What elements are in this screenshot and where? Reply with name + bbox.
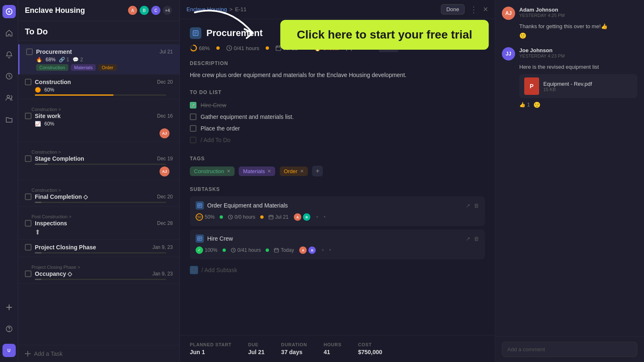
subtask-external-link-0[interactable]: ↗	[466, 203, 470, 209]
detail-topbar: Enclave Housing > E-11 Done ⋮ ✕	[180, 0, 495, 19]
subtask-hours-value-0: 0/0 hours	[235, 214, 255, 220]
subtask-clock-icon-0	[228, 215, 233, 220]
section-label-inspections: Post Construction >	[25, 211, 173, 220]
progress-fill-construction	[35, 94, 114, 96]
description-section-title: DESCRIPTION	[190, 60, 485, 66]
meta-due: DUE Jul 21	[248, 342, 265, 355]
task-checkbox-construction[interactable]	[25, 79, 31, 85]
subtask-dot-1b	[266, 249, 269, 252]
subtask-delete-1[interactable]: 🗑	[474, 236, 479, 242]
comment-text-1: Here is the revised equipment list	[519, 63, 637, 71]
more-options-button[interactable]: ⋮	[470, 5, 478, 14]
task-checkbox-procurement[interactable]	[26, 48, 33, 55]
assignee-stage-completion: AJ	[160, 167, 169, 176]
todo-checkbox-1[interactable]	[190, 113, 196, 120]
task-checkbox-inspections[interactable]	[25, 220, 31, 227]
attr-percent: 68%	[190, 44, 210, 52]
subtask-progress-circle-0: 50	[196, 213, 203, 221]
subtask-cal-icon-0	[269, 215, 274, 220]
task-item-inspections[interactable]: Post Construction > Inspections Dec 28 ⬆	[18, 207, 179, 240]
emoji-site-work: 📈	[35, 121, 41, 127]
svg-rect-13	[269, 215, 273, 219]
reaction-emoji-0[interactable]: 🙂	[519, 32, 526, 39]
subtask-percent-value-1: 100%	[205, 247, 218, 253]
link-count-procurement: 🔗 1	[59, 57, 69, 63]
task-name-project-closing: Project Closing Phase	[35, 244, 153, 251]
task-item-final-completion[interactable]: Construction > Final Completion ◇ Dec 20	[18, 180, 179, 207]
task-date-site-work: Dec 16	[157, 113, 173, 119]
icon-sidebar: U	[0, 0, 18, 362]
comment-input[interactable]	[502, 342, 637, 357]
add-icon-button[interactable]	[2, 301, 16, 314]
subtask-external-link-1[interactable]: ↗	[466, 236, 470, 242]
meta-planned-start: PLANNED START Jun 1	[190, 342, 232, 355]
meta-hours-value: 41	[324, 349, 341, 355]
add-subtask-row[interactable]: / Add Subtask	[190, 263, 485, 278]
task-checkbox-final-completion[interactable]	[25, 193, 31, 200]
app-logo-button[interactable]	[2, 5, 16, 18]
user-avatar-icon-button[interactable]: U	[2, 344, 16, 357]
subtask-dot-separator-1: •	[329, 247, 331, 253]
add-tag-button[interactable]: +	[312, 166, 323, 176]
tag-pill-construction[interactable]: Construction ✕	[190, 167, 235, 176]
clock-icon-button[interactable]	[2, 70, 16, 83]
comment-item-1: JJ Joe Johnson YESTERDAY 4:23 PM Here is…	[502, 47, 637, 109]
todo-item-1: Gather equipment and materials list.	[190, 111, 485, 123]
subtask-item-0: Order Equipment and Materials ↗ 🗑 50 50%	[190, 196, 485, 226]
comment-count-procurement: 💬 2	[73, 57, 83, 63]
done-button[interactable]: Done	[441, 4, 465, 14]
subtask-delete-0[interactable]: 🗑	[474, 203, 479, 209]
task-checkbox-site-work[interactable]	[25, 113, 31, 119]
subtask-add-assignee-0[interactable]: +	[316, 214, 319, 220]
like-count-1: 1	[527, 102, 530, 108]
todo-checkbox-2[interactable]	[190, 125, 196, 132]
subtask-add-assignee-1[interactable]: +	[321, 247, 324, 253]
home-icon-button[interactable]	[2, 27, 16, 40]
close-detail-button[interactable]: ✕	[483, 5, 488, 13]
help-icon-button[interactable]	[2, 322, 16, 335]
subtask-percent-0: 50 50%	[196, 213, 215, 221]
bell-icon-button[interactable]	[2, 48, 16, 61]
task-checkbox-occupancy[interactable]	[25, 270, 31, 277]
add-todo-row[interactable]: / Add To Do	[190, 134, 485, 146]
task-item-construction[interactable]: Construction Dec 20 🟠 60%	[18, 75, 179, 99]
task-checkbox-stage-completion[interactable]	[25, 155, 31, 162]
task-item-stage-completion[interactable]: Construction > Stage Completion Dec 19 A…	[18, 142, 179, 180]
percent-site-work: 60%	[44, 121, 54, 127]
percent-procurement: 68%	[46, 57, 56, 63]
breadcrumb-project[interactable]: Enclave Housing	[186, 6, 227, 12]
task-item-project-closing[interactable]: Project Closing Phase Jan 9, 23	[18, 240, 179, 257]
avatar-count: +4	[162, 5, 173, 16]
folder-icon-button[interactable]	[2, 113, 16, 126]
tag-remove-order[interactable]: ✕	[300, 169, 304, 174]
users-icon-button[interactable]	[2, 91, 16, 104]
subtask-av2-1: B	[308, 246, 316, 254]
tag-remove-materials[interactable]: ✕	[267, 169, 271, 174]
svg-rect-16	[274, 249, 278, 252]
add-task-row[interactable]: Add a Task	[18, 345, 179, 362]
tag-pill-materials[interactable]: Materials ✕	[239, 167, 275, 176]
todo-checkbox-0[interactable]: ✓	[190, 102, 196, 109]
bottom-meta: PLANNED START Jun 1 DUE Jul 21 DURATION …	[180, 335, 495, 362]
task-name-site-work: Site work	[35, 113, 157, 119]
emoji-reaction-1[interactable]: 🙂	[533, 101, 540, 108]
tag-pill-order[interactable]: Order ✕	[280, 167, 308, 176]
assignee-site-work: AJ	[160, 128, 169, 138]
tag-remove-construction[interactable]: ✕	[227, 169, 230, 174]
task-checkbox-project-closing[interactable]	[25, 244, 31, 251]
meta-due-value: Jul 21	[248, 349, 265, 355]
subtask-title-1: Hire Crew	[196, 234, 233, 243]
task-item-occupancy[interactable]: Project Closing Phase > Occupancy ◇ Jan …	[18, 257, 179, 284]
section-label-stage-completion: Construction >	[25, 146, 173, 155]
trial-banner[interactable]: Click here to start your free trial	[280, 20, 489, 50]
task-item-site-work[interactable]: Construction > Site work Dec 16 📈 60% AJ	[18, 99, 179, 142]
task-title-icon	[190, 27, 201, 39]
subtask-date-value-1: Today	[281, 247, 294, 253]
subtask-hours-1: 0/41 hours	[231, 247, 261, 253]
like-reaction-1[interactable]: 👍 1	[519, 102, 530, 108]
comment-time-1: YESTERDAY 4:23 PM	[519, 53, 637, 58]
subtask-actions-0: ↗ 🗑	[466, 203, 479, 209]
task-item-procurement[interactable]: Procurement Jul 21 🔥 68% 🔗 1 💬 2 Constru…	[18, 44, 179, 75]
subtask-dot-1	[260, 215, 264, 219]
chevron-up-inspections: ⬆	[35, 228, 173, 236]
